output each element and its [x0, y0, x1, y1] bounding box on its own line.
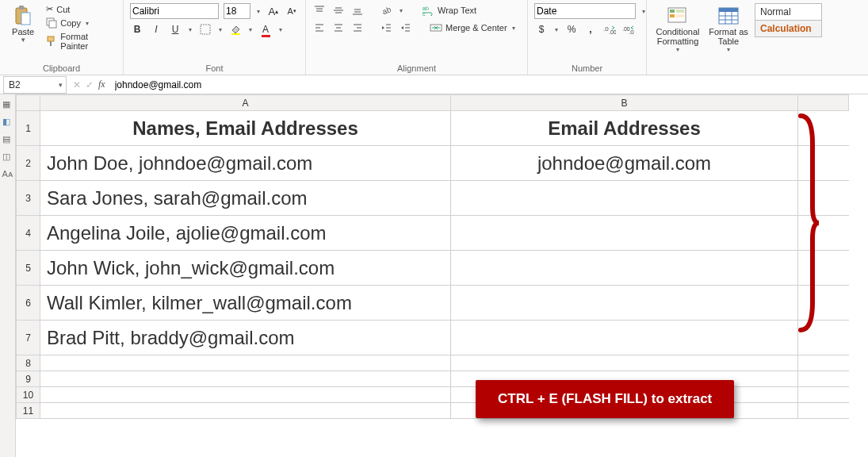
row-header[interactable]: 6 — [17, 286, 40, 321]
chevron-down-icon[interactable]: ▾ — [247, 26, 254, 33]
format-as-table-button[interactable]: Format as Table ▾ — [707, 3, 750, 55]
tool-icon[interactable]: Aᴀ — [2, 169, 13, 180]
tool-icon[interactable]: ◧ — [2, 117, 13, 128]
cell[interactable] — [40, 355, 451, 371]
font-size-combo[interactable] — [224, 3, 250, 19]
chevron-down-icon[interactable]: ▾ — [510, 25, 517, 32]
row-header[interactable]: 1 — [17, 111, 40, 146]
paste-button[interactable]: Paste ▼ — [6, 3, 40, 45]
cell-A7[interactable]: Brad Pitt, braddy@gmail.com — [40, 321, 451, 355]
tool-icon[interactable]: ◫ — [2, 152, 13, 163]
cell[interactable] — [798, 371, 849, 387]
row-header[interactable]: 4 — [17, 216, 40, 251]
merge-center-button[interactable]: Merge & Center ▾ — [428, 21, 518, 34]
align-bottom-icon[interactable] — [350, 3, 365, 17]
wrap-text-button[interactable]: abc Wrap Text — [420, 4, 478, 17]
row-header[interactable]: 10 — [17, 387, 40, 403]
chevron-down-icon[interactable]: ▾ — [640, 8, 647, 15]
row-header[interactable]: 2 — [17, 146, 40, 181]
copy-button[interactable]: Copy ▾ — [44, 17, 117, 29]
column-header-A[interactable]: A — [40, 95, 451, 111]
fill-color-button[interactable] — [228, 22, 243, 36]
cell-A2[interactable]: John Doe, johndoe@gmail.com — [40, 146, 451, 181]
cell[interactable] — [451, 355, 798, 371]
cell[interactable] — [798, 387, 849, 403]
cell-styles-gallery[interactable]: Normal Calculation — [755, 3, 822, 37]
cell-B5[interactable] — [451, 251, 798, 286]
font-name-combo[interactable] — [130, 3, 219, 19]
increase-decimal-icon[interactable]: .0.00 — [602, 22, 617, 36]
style-normal[interactable]: Normal — [755, 4, 821, 21]
align-top-icon[interactable] — [312, 3, 327, 17]
cell[interactable] — [40, 387, 451, 403]
chevron-down-icon[interactable]: ▾ — [277, 26, 284, 33]
comma-icon[interactable]: , — [583, 22, 598, 36]
chevron-down-icon[interactable]: ▾ — [217, 26, 224, 33]
row-header[interactable]: 8 — [17, 355, 40, 371]
chevron-down-icon[interactable]: ▾ — [675, 46, 681, 53]
cancel-icon[interactable]: ✕ — [73, 79, 81, 90]
column-header-B[interactable]: B — [451, 95, 798, 111]
currency-icon[interactable]: $ — [534, 22, 549, 36]
chevron-down-icon[interactable]: ▾ — [398, 7, 404, 14]
cell-B6[interactable] — [451, 286, 798, 321]
style-calculation[interactable]: Calculation — [755, 21, 821, 36]
decrease-font-icon[interactable]: A▾ — [285, 4, 300, 18]
underline-button[interactable]: U — [168, 22, 182, 36]
format-painter-button[interactable]: Format Painter — [44, 31, 117, 52]
cell-B2[interactable]: johndoe@gmail.com — [451, 146, 798, 181]
row-header[interactable]: 7 — [17, 321, 40, 355]
chevron-down-icon[interactable]: ▾ — [84, 20, 90, 27]
spreadsheet-grid[interactable]: A B 1 Names, Email Addresses Email Addre… — [16, 94, 868, 457]
decrease-indent-icon[interactable] — [379, 21, 393, 35]
tool-icon[interactable]: ▦ — [2, 99, 13, 110]
align-middle-icon[interactable] — [331, 3, 346, 17]
font-color-button[interactable]: A — [258, 22, 273, 36]
cut-button[interactable]: ✂ Cut — [44, 3, 117, 15]
cell-B4[interactable] — [451, 216, 798, 251]
format-painter-label: Format Painter — [60, 32, 115, 51]
fx-icon[interactable]: fx — [98, 79, 105, 90]
tool-icon[interactable]: ▤ — [2, 134, 13, 145]
row-header[interactable]: 11 — [17, 403, 40, 419]
cell-A4[interactable]: Angelina Joile, ajolie@gmail.com — [40, 216, 451, 251]
merge-label: Merge & Center — [445, 23, 507, 33]
chevron-down-icon[interactable]: ▾ — [255, 8, 262, 15]
conditional-formatting-button[interactable]: Conditional Formatting ▾ — [653, 3, 702, 55]
chevron-down-icon[interactable]: ▾ — [725, 46, 732, 53]
increase-font-icon[interactable]: A▴ — [266, 4, 281, 18]
increase-indent-icon[interactable] — [398, 21, 412, 35]
percent-icon[interactable]: % — [564, 22, 579, 36]
decrease-decimal-icon[interactable]: .00.0 — [621, 22, 636, 36]
cell[interactable] — [798, 403, 849, 419]
chevron-down-icon[interactable]: ▼ — [18, 36, 28, 44]
row-header[interactable]: 9 — [17, 371, 40, 387]
cell-A6[interactable]: Wall Kimler, kilmer_wall@gmail.com — [40, 286, 451, 321]
align-center-icon[interactable] — [331, 21, 346, 35]
number-format-combo[interactable] — [534, 3, 636, 19]
orientation-icon[interactable]: ab — [379, 3, 393, 17]
column-header-C[interactable] — [798, 95, 849, 111]
cell-A3[interactable]: Sara Jones, sarah@gmail.com — [40, 181, 451, 216]
cell-B1[interactable]: Email Addresses — [451, 111, 798, 146]
formula-input[interactable] — [112, 76, 868, 94]
cell-A1[interactable]: Names, Email Addresses — [40, 111, 451, 146]
row-header[interactable]: 5 — [17, 251, 40, 286]
align-right-icon[interactable] — [350, 21, 365, 35]
cell-B7[interactable] — [451, 321, 798, 355]
cell[interactable] — [40, 371, 451, 387]
cell[interactable] — [798, 355, 849, 371]
row-header[interactable]: 3 — [17, 181, 40, 216]
enter-icon[interactable]: ✓ — [86, 79, 94, 90]
borders-button[interactable] — [198, 22, 212, 36]
bold-button[interactable]: B — [130, 22, 144, 36]
name-box[interactable]: B2 — [3, 76, 67, 94]
italic-button[interactable]: I — [149, 22, 163, 36]
cell[interactable] — [40, 403, 451, 419]
cell-A5[interactable]: John Wick, john_wick@gmail.com — [40, 251, 451, 286]
align-left-icon[interactable] — [312, 21, 327, 35]
select-all-corner[interactable] — [17, 95, 40, 111]
chevron-down-icon[interactable]: ▾ — [553, 26, 560, 33]
cell-B3[interactable] — [451, 181, 798, 216]
chevron-down-icon[interactable]: ▾ — [187, 26, 193, 33]
